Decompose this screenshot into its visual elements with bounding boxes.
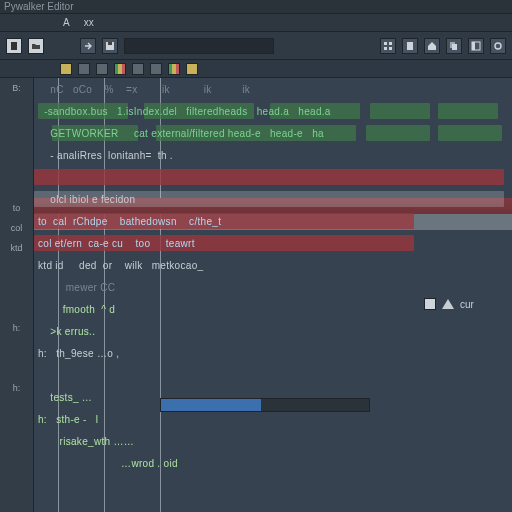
home-icon[interactable] [424,38,440,54]
code-line: olcl ibiol e fecidon [34,188,512,210]
svg-point-12 [495,43,501,49]
title-text: Pywalker Editor [4,1,73,12]
gutter-label: to [0,198,33,218]
file-icon[interactable] [6,38,22,54]
gutter-label [0,118,33,138]
code-text: col et/ern ca-e cu too teawrt [38,238,195,249]
code-line: risake_wth …… [34,430,512,452]
progress-bar[interactable] [160,398,370,412]
menu-item-a[interactable]: A [60,16,73,29]
gutter-label [0,138,33,158]
palette-swatch-icon[interactable] [424,298,436,310]
svg-rect-0 [11,42,17,50]
code-text: fmooth ^ d [38,304,115,315]
code-line: >k errus.. [34,320,512,342]
code-text: >k errus.. [38,326,95,337]
code-line: to cal rChdpe bathedowsn c/the_t [34,210,512,232]
code-line: ktd id ded or wilk metkocao_ [34,254,512,276]
svg-rect-11 [472,42,475,50]
tool-palette[interactable]: cur [424,298,506,310]
editor-canvas[interactable]: nC oCo % =x ik ik ik -sandbox.bus 1.isIn… [34,78,512,512]
code-line: …wrod . oid [34,452,512,474]
code-line [34,166,512,188]
code-text: to cal rChdpe bathedowsn c/the_t [38,216,221,227]
main-toolbar [0,32,512,60]
title-bar: Pywalker Editor [0,0,512,14]
gutter-label [0,358,33,378]
save-icon[interactable] [102,38,118,54]
code-text: mewer CC [38,282,115,293]
palette-label: cur [460,299,474,310]
code-text: tests_ … [38,392,92,403]
code-text: - analiRres lonitanh= th . [38,150,173,161]
code-line [34,364,512,386]
gutter-label [0,98,33,118]
code-line: -sandbox.bus 1.isIndex.del filteredheads… [34,100,512,122]
gutter-label [0,298,33,318]
menu-bar: A xx [0,14,512,32]
gutter-label [0,338,33,358]
gutter-label: col [0,218,33,238]
code-text: ktd id ded or wilk metkocao_ [38,260,203,271]
code-line: nC oCo % =x ik ik ik [34,78,512,100]
doc-icon[interactable] [402,38,418,54]
swatch-yellow-icon[interactable] [186,63,198,75]
code-line: - analiRres lonitanh= th . [34,144,512,166]
swatch-gray-icon[interactable] [96,63,108,75]
code-text: GETWORKER cat external/filtered head-e h… [38,128,324,139]
code-line: mewer CC [34,276,512,298]
code-text: nC oCo % =x ik ik ik [38,84,250,95]
progress-fill [161,399,261,411]
svg-rect-5 [384,47,387,50]
gutter-label: ktd [0,238,33,258]
grid-icon[interactable] [380,38,396,54]
swatch-toolbar [0,60,512,78]
code-line: h: th_9ese …o , [34,342,512,364]
svg-rect-9 [452,44,457,50]
code-text: h: sth-e - l [38,414,98,425]
code-text: olcl ibiol e fecidon [38,194,135,205]
svg-rect-7 [407,42,413,50]
gutter-label [0,178,33,198]
swatch-gray-icon[interactable] [150,63,162,75]
code-text: …wrod . oid [38,458,178,469]
copy-icon[interactable] [446,38,462,54]
panel-icon[interactable] [468,38,484,54]
code-text: -sandbox.bus 1.isIndex.del filteredheads… [38,106,331,117]
gutter-label: h: [0,318,33,338]
arrow-icon[interactable] [80,38,96,54]
swatch-gray-icon[interactable] [132,63,144,75]
svg-rect-2 [108,42,112,45]
swatch-gray-icon[interactable] [78,63,90,75]
menu-item-b[interactable]: xx [81,16,97,29]
gutter-label: B: [0,78,33,98]
gutter-label [0,158,33,178]
swatch-multi-icon[interactable] [168,63,180,75]
tool-icon[interactable] [490,38,506,54]
svg-rect-3 [384,42,387,45]
gutter-label [0,258,33,278]
folder-icon[interactable] [28,38,44,54]
code-text: h: th_9ese …o , [38,348,119,359]
svg-rect-6 [389,47,392,50]
gutter: B: to col ktd h: h: [0,78,34,512]
gutter-label [0,278,33,298]
svg-rect-4 [389,42,392,45]
gutter-label: h: [0,378,33,398]
search-input[interactable] [124,38,274,54]
swatch-yellow-icon[interactable] [60,63,72,75]
palette-triangle-icon[interactable] [442,299,454,309]
swatch-multi-icon[interactable] [114,63,126,75]
code-text: risake_wth …… [38,436,134,447]
code-line: col et/ern ca-e cu too teawrt [34,232,512,254]
code-line: GETWORKER cat external/filtered head-e h… [34,122,512,144]
